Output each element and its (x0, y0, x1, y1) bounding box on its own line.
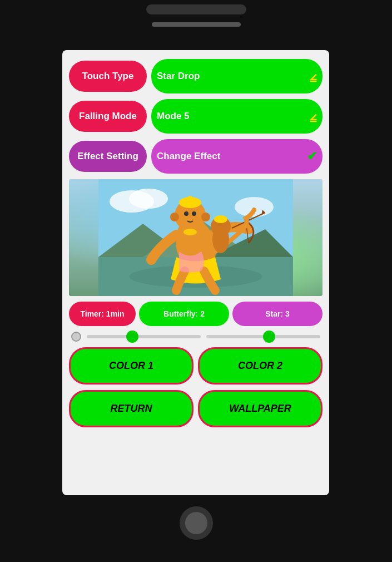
home-button[interactable] (180, 506, 213, 540)
touch-type-chevron: ⦤ (310, 69, 317, 83)
svg-point-17 (170, 213, 179, 221)
svg-rect-12 (185, 198, 188, 206)
action-row: RETURN WALLPAPER (69, 390, 322, 427)
touch-type-value-text: Star Drop (157, 71, 200, 82)
effect-setting-chevron: ✔ (307, 149, 317, 164)
svg-point-2 (129, 189, 168, 209)
slider-thumb-1[interactable] (126, 331, 138, 343)
falling-mode-value-text: Mode 5 (157, 111, 190, 122)
hanuman-image-container (69, 179, 322, 296)
color1-button[interactable]: COLOR 1 (69, 347, 193, 384)
hanuman-image (69, 179, 322, 296)
home-button-inner (185, 512, 207, 534)
touch-type-label[interactable]: Touch Type (69, 61, 147, 92)
svg-point-24 (212, 225, 229, 253)
app-screen: Touch Type Star Drop ⦤ Falling Mode Mode… (62, 50, 329, 495)
effect-setting-value-text: Change Effect (157, 151, 220, 162)
falling-mode-chevron: ⦤ (310, 109, 317, 124)
star-stat[interactable]: Star: 3 (232, 302, 322, 326)
wallpaper-button[interactable]: WALLPAPER (198, 390, 322, 427)
falling-mode-label[interactable]: Falling Mode (69, 101, 147, 132)
touch-type-value[interactable]: Star Drop ⦤ (151, 59, 322, 93)
falling-mode-row: Falling Mode Mode 5 ⦤ (69, 99, 322, 134)
slider-circle-indicator (71, 332, 81, 342)
effect-setting-value[interactable]: Change Effect ✔ (151, 139, 322, 174)
slider-track-2[interactable] (206, 335, 320, 338)
svg-point-16 (192, 211, 196, 216)
phone-speaker (152, 22, 241, 27)
slider-thumb-2[interactable] (263, 331, 275, 343)
svg-rect-14 (192, 198, 196, 206)
svg-point-22 (183, 229, 197, 235)
svg-point-15 (184, 211, 188, 216)
svg-point-18 (201, 213, 210, 221)
svg-rect-13 (188, 196, 192, 206)
slider-row (69, 332, 322, 342)
stats-row: Timer: 1min Butterfly: 2 Star: 3 (69, 302, 322, 326)
effect-setting-label[interactable]: Effect Setting (69, 141, 147, 172)
falling-mode-value[interactable]: Mode 5 ⦤ (151, 99, 322, 134)
butterfly-stat[interactable]: Butterfly: 2 (139, 302, 229, 326)
effect-setting-row: Effect Setting Change Effect ✔ (69, 139, 322, 174)
color-row: COLOR 1 COLOR 2 (69, 347, 322, 384)
timer-stat[interactable]: Timer: 1min (69, 302, 136, 326)
phone-top-bar (146, 4, 246, 14)
phone-container: Touch Type Star Drop ⦤ Falling Mode Mode… (0, 0, 392, 562)
return-button[interactable]: RETURN (69, 390, 193, 427)
slider-track-1[interactable] (87, 335, 201, 338)
hanuman-svg (69, 179, 322, 296)
color2-button[interactable]: COLOR 2 (198, 347, 322, 384)
svg-point-25 (214, 215, 227, 223)
touch-type-row: Touch Type Star Drop ⦤ (69, 59, 322, 93)
